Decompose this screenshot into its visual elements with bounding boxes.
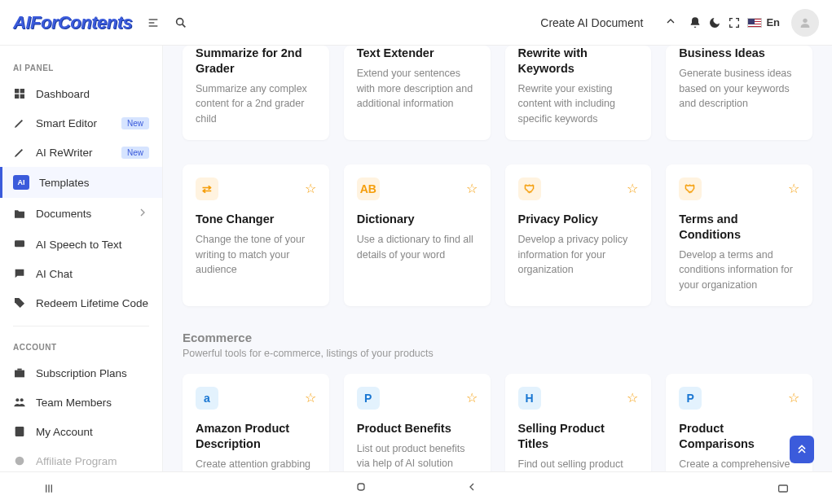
sidebar-item-ai-chat[interactable]: AI Chat	[0, 259, 162, 288]
template-card[interactable]: Business IdeasGenerate business ideas ba…	[666, 46, 812, 140]
card-icon: P	[679, 387, 702, 410]
card-icon: a	[196, 387, 218, 410]
star-icon[interactable]: ☆	[627, 390, 638, 405]
template-card[interactable]: 🛡☆Terms and ConditionsDevelop a terms an…	[666, 164, 812, 306]
pencil-icon	[13, 146, 26, 159]
card-description: List out product benefits via help of AI…	[357, 441, 478, 471]
star-icon[interactable]: ☆	[627, 181, 638, 196]
card-title: Dictionary	[357, 212, 478, 227]
svg-rect-11	[15, 370, 24, 378]
svg-rect-9	[20, 94, 24, 99]
sidebar-item-smart-editor[interactable]: Smart EditorNew	[0, 108, 162, 138]
card-description: Extend your sentences with more descript…	[357, 66, 478, 112]
template-card[interactable]: a☆Amazon Product DescriptionCreate atten…	[183, 374, 329, 471]
card-description: Create a comprehensive comparison of two…	[679, 457, 799, 471]
scroll-to-top-button[interactable]	[790, 436, 814, 463]
star-icon[interactable]: ☆	[466, 390, 478, 405]
svg-rect-10	[15, 240, 24, 247]
ai-icon: AI	[13, 175, 29, 190]
template-card[interactable]: P☆Product BenefitsList out product benef…	[344, 374, 491, 471]
sidebar-item-redeem[interactable]: Redeem Lifetime Code	[0, 288, 162, 318]
search-icon[interactable]	[174, 16, 187, 29]
card-description: Change the tone of your writing to match…	[196, 232, 316, 278]
section-title: Ecommerce	[183, 331, 812, 344]
star-icon[interactable]: ☆	[305, 390, 316, 405]
template-card[interactable]: AB☆DictionaryUse a dictionary to find al…	[344, 164, 491, 306]
card-description: Use a dictionary to find all details of …	[357, 232, 478, 263]
sidebar-item-documents[interactable]: Documents	[0, 198, 162, 230]
system-home-icon[interactable]	[354, 480, 368, 497]
star-icon[interactable]: ☆	[788, 181, 799, 196]
fullscreen-icon[interactable]	[728, 16, 741, 29]
tag-icon	[13, 296, 26, 309]
card-icon: ⇄	[196, 177, 218, 200]
card-title: Selling Product Titles	[518, 421, 639, 452]
template-card[interactable]: H☆Selling Product TitlesFind out selling…	[505, 374, 652, 471]
sidebar-item-my-account[interactable]: My Account	[0, 417, 162, 446]
link-icon	[13, 454, 26, 467]
sidebar-item-dashboard[interactable]: Dashboard	[0, 79, 162, 108]
app-logo[interactable]: AIForContents	[13, 12, 132, 33]
sidebar-divider	[13, 326, 149, 327]
template-card[interactable]: Summarize for 2nd GraderSummarize any co…	[183, 46, 329, 140]
user-avatar[interactable]	[791, 9, 819, 37]
template-card[interactable]: Text ExtenderExtend your sentences with …	[344, 46, 491, 140]
sidebar-item-speech-to-text[interactable]: AI Speech to Text	[0, 230, 162, 259]
chevron-up-icon	[664, 15, 677, 30]
menu-toggle-icon[interactable]	[147, 16, 160, 29]
sidebar-item-ai-rewriter[interactable]: AI ReWriterNew	[0, 138, 162, 167]
svg-point-12	[15, 398, 19, 401]
system-recents-icon[interactable]	[0, 482, 98, 495]
card-title: Text Extender	[357, 46, 478, 61]
svg-point-5	[803, 18, 807, 22]
card-icon: AB	[357, 177, 380, 200]
svg-rect-6	[15, 89, 19, 93]
sidebar-item-subscription[interactable]: Subscription Plans	[0, 358, 162, 388]
system-pip-icon[interactable]	[734, 482, 832, 495]
chevron-right-icon	[136, 206, 149, 221]
dashboard-icon	[13, 87, 26, 100]
svg-rect-8	[15, 94, 19, 99]
sidebar: AI PANEL Dashboard Smart EditorNew AI Re…	[0, 46, 163, 471]
card-title: Privacy Policy	[518, 212, 639, 227]
notifications-icon[interactable]	[689, 16, 702, 29]
speech-icon	[13, 238, 26, 251]
star-icon[interactable]: ☆	[305, 181, 316, 196]
card-description: Find out selling product titles for your…	[518, 457, 639, 471]
card-icon: H	[518, 387, 541, 410]
dark-mode-icon[interactable]	[708, 16, 721, 29]
card-title: Product Comparisons	[679, 421, 799, 452]
sidebar-item-team[interactable]: Team Members	[0, 388, 162, 417]
svg-rect-19	[358, 484, 364, 490]
new-badge: New	[121, 117, 149, 129]
svg-point-3	[177, 18, 183, 24]
card-title: Rewrite with Keywords	[518, 46, 639, 77]
card-title: Amazon Product Description	[196, 421, 316, 452]
svg-point-15	[15, 457, 24, 466]
card-description: Rewrite your existing content with inclu…	[518, 81, 639, 127]
card-description: Generate business ideas based on your ke…	[679, 66, 799, 112]
main-content: Summarize for 2nd GraderSummarize any co…	[163, 46, 832, 471]
template-card[interactable]: 🛡☆Privacy PolicyDevelop a privacy policy…	[505, 164, 652, 306]
sidebar-item-affiliate[interactable]: Affiliate Program	[0, 446, 162, 471]
system-back-icon[interactable]	[465, 480, 478, 497]
star-icon[interactable]: ☆	[466, 181, 478, 196]
svg-rect-7	[20, 89, 24, 93]
svg-line-4	[183, 24, 186, 27]
svg-rect-14	[15, 427, 24, 436]
new-badge: New	[121, 147, 149, 159]
card-description: Create attention grabbing amazon product…	[196, 457, 316, 471]
svg-rect-20	[779, 485, 788, 492]
template-card[interactable]: ⇄☆Tone ChangerChange the tone of your wr…	[183, 164, 329, 306]
star-icon[interactable]: ☆	[788, 390, 799, 405]
create-document-dropdown[interactable]: Create AI Document	[532, 15, 685, 30]
section-subtitle: Powerful tools for e-commerce, listings …	[183, 348, 812, 359]
sidebar-item-templates[interactable]: AITemplates	[0, 167, 162, 198]
template-card[interactable]: Rewrite with KeywordsRewrite your existi…	[505, 46, 652, 140]
chat-icon	[13, 267, 26, 280]
user-icon	[13, 425, 26, 438]
card-description: Summarize any complex content for a 2nd …	[196, 81, 316, 127]
language-selector[interactable]: En	[747, 16, 780, 28]
sidebar-section-ai-panel: AI PANEL	[0, 55, 162, 79]
card-icon: P	[357, 387, 380, 410]
